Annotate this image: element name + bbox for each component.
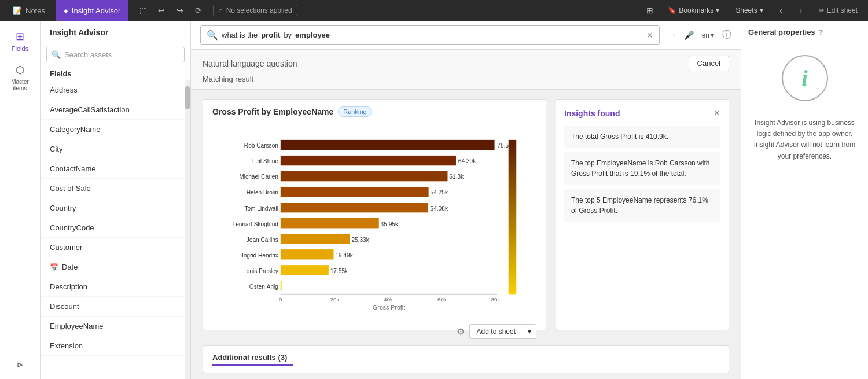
field-item-label: Customer	[50, 243, 82, 252]
bar-osten	[281, 281, 282, 290]
redo-icon[interactable]: ↪	[172, 3, 187, 18]
matching-result-label: Matching result	[203, 75, 253, 83]
search-mid: by	[284, 31, 292, 39]
selection-status: ○ No selections applied	[213, 5, 297, 16]
field-item-cost-of-sale[interactable]: Cost of Sale	[41, 179, 185, 198]
insight-item-1: The top EmployeeName is Rob Carsson with…	[564, 152, 720, 185]
search-input-wrapper[interactable]: 🔍 what is the profit by employee ✕	[200, 25, 660, 45]
svg-text:54.25k: 54.25k	[431, 189, 448, 196]
bar-lennart	[281, 218, 379, 228]
right-panel: General properties ? i Insight Advisor i…	[741, 21, 868, 379]
scroll-thumb[interactable]	[185, 86, 190, 109]
insight-item-0: The total Gross Profit is 410.9k.	[564, 126, 720, 148]
fields-section-label: Fields	[41, 67, 190, 80]
field-item-contactname[interactable]: ContactName	[41, 159, 185, 179]
edit-icon: ✏	[819, 6, 825, 14]
edit-sheet-button[interactable]: ✏ Edit sheet	[813, 4, 863, 17]
field-item-date[interactable]: 📅Date	[41, 257, 185, 277]
insight-advisor-icon: ●	[64, 6, 68, 15]
selection-icon: ○	[218, 6, 222, 14]
search-glass-icon: 🔍	[207, 30, 218, 41]
nav-back-icon[interactable]: ‹	[774, 3, 789, 18]
field-item-customer[interactable]: Customer	[41, 238, 185, 257]
svg-text:54.08k: 54.08k	[431, 205, 448, 212]
field-item-description[interactable]: Description	[41, 277, 185, 297]
field-item-country[interactable]: Country	[41, 198, 185, 218]
additional-results-title: Additional results (3)	[212, 353, 719, 362]
chart-settings-icon[interactable]: ⚙	[457, 326, 465, 337]
svg-text:Östen Ärlig: Östen Ärlig	[249, 284, 278, 290]
field-item-city[interactable]: City	[41, 139, 185, 159]
notes-tab[interactable]: 📝 Notes	[5, 0, 53, 21]
search-clear-icon[interactable]: ✕	[646, 31, 653, 40]
svg-text:Louis Presley: Louis Presley	[243, 268, 279, 274]
select-region-icon[interactable]: ⬚	[135, 3, 150, 18]
grid-icon[interactable]: ⊞	[642, 3, 657, 18]
svg-text:Michael Carlen: Michael Carlen	[239, 174, 278, 180]
panel-area: Insight Advisor 🔍 Search assets Fields A…	[41, 21, 191, 379]
field-item-employeename[interactable]: EmployeeName	[41, 317, 185, 336]
general-properties-help-icon[interactable]: ?	[819, 28, 823, 36]
insights-close-icon[interactable]: ✕	[713, 108, 720, 119]
svg-text:40k: 40k	[384, 296, 393, 303]
field-item-label: City	[50, 145, 62, 153]
content-area: 🔍 what is the profit by employee ✕ → 🎤 e…	[191, 21, 741, 379]
bar-leif-shine	[281, 156, 456, 165]
svg-text:80k: 80k	[491, 296, 501, 303]
field-item-categoryname[interactable]: CategoryName	[41, 120, 185, 139]
add-to-sheet-dropdown-icon[interactable]: ▾	[523, 325, 536, 338]
nl-panel-title: Natural language question	[203, 59, 297, 68]
search-assets-input[interactable]: 🔍 Search assets	[46, 47, 185, 62]
field-item-countrycode[interactable]: CountryCode	[41, 218, 185, 238]
add-to-sheet-main-label[interactable]: Add to sheet	[470, 325, 523, 338]
sheets-chevron-icon: ▾	[760, 6, 763, 14]
svg-text:35.95k: 35.95k	[381, 221, 399, 227]
field-item-address[interactable]: Address	[41, 80, 185, 100]
search-submit-icon[interactable]: →	[664, 27, 679, 43]
additional-results-container: Additional results (3)	[191, 340, 741, 379]
bookmarks-chevron-icon: ▾	[716, 6, 719, 14]
insights-panel: Insights found ✕ The total Gross Profit …	[556, 99, 729, 330]
field-item-extension[interactable]: Extension	[41, 336, 185, 356]
cancel-button[interactable]: Cancel	[689, 56, 729, 71]
svg-text:20k: 20k	[330, 296, 340, 303]
add-to-sheet-button[interactable]: Add to sheet ▾	[469, 324, 536, 339]
collapse-icon[interactable]: ⊳	[13, 357, 28, 372]
info-circle-icon: i	[782, 55, 828, 101]
language-selector[interactable]: en ▾	[698, 29, 718, 42]
svg-text:25.33k: 25.33k	[351, 237, 369, 243]
insight-advisor-tab[interactable]: ● Insight Advisor	[56, 0, 128, 21]
scroll-track[interactable]	[185, 80, 190, 379]
bookmarks-button[interactable]: 🔖 Bookmarks ▾	[662, 4, 725, 17]
nl-panel-header: Natural language question Cancel	[203, 56, 729, 71]
svg-text:Rob Carsson: Rob Carsson	[244, 142, 278, 149]
main-layout: ⊞ Fields ⬡ Master items ⊳ Insight Adviso…	[0, 21, 868, 379]
fields-icon: ⊞	[16, 30, 24, 43]
refresh-icon[interactable]: ⟳	[191, 3, 206, 18]
notes-icon: 📝	[13, 6, 22, 15]
search-bold-profit: profit	[261, 31, 280, 39]
field-item-discount[interactable]: Discount	[41, 297, 185, 317]
chart-title: Gross Profit by EmployeeName	[212, 107, 333, 116]
sheets-button[interactable]: Sheets ▾	[730, 4, 768, 17]
svg-text:17.55k: 17.55k	[330, 268, 348, 274]
info-icon[interactable]: ⓘ	[722, 29, 731, 41]
nav-forward-icon[interactable]: ›	[793, 3, 808, 18]
bar-michael-carlen	[281, 171, 448, 181]
top-bar: 📝 Notes ● Insight Advisor ⬚ ↩ ↪ ⟳ ○ No s…	[0, 0, 868, 21]
bar-tom-lindwall	[281, 203, 428, 212]
undo-icon[interactable]: ↩	[154, 3, 169, 18]
svg-text:Leif Shine: Leif Shine	[252, 158, 278, 164]
right-panel-description: Insight Advisor is using business logic …	[748, 113, 861, 167]
svg-text:Lennart Skoglund: Lennart Skoglund	[233, 221, 278, 227]
insight-advisor-label: Insight Advisor	[72, 6, 121, 15]
field-item-label: Address	[50, 86, 78, 94]
additional-results-underline	[212, 364, 293, 366]
sidebar-item-master-items[interactable]: ⬡ Master items	[3, 59, 38, 96]
field-item-averagecallsatisfaction[interactable]: AverageCallSatisfaction	[41, 100, 185, 120]
sidebar-item-fields[interactable]: ⊞ Fields	[3, 25, 38, 57]
svg-text:Joan Callins: Joan Callins	[247, 237, 278, 243]
microphone-icon[interactable]: 🎤	[684, 31, 694, 40]
insights-header: Insights found ✕	[564, 108, 720, 119]
master-items-label: Master items	[5, 79, 35, 91]
